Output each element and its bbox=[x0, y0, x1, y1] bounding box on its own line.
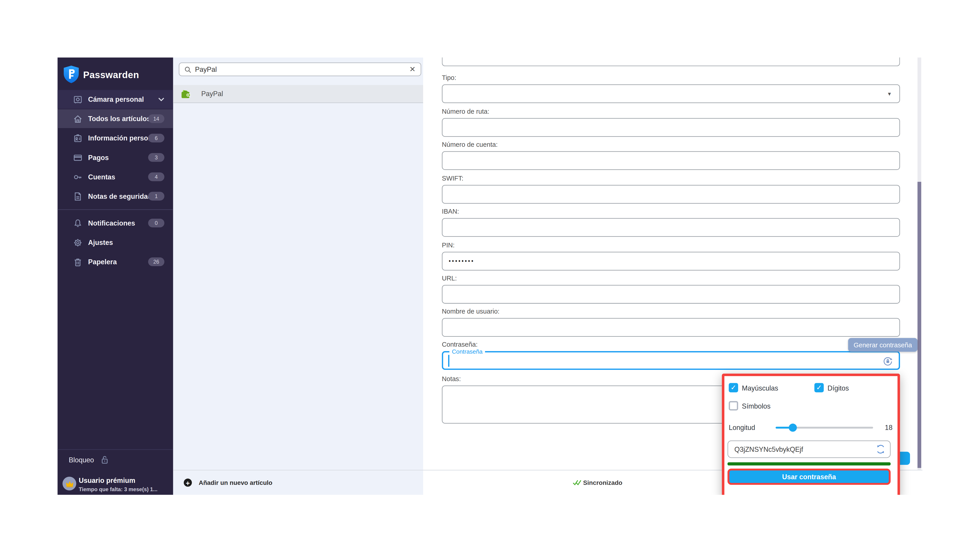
sidebar-item-cuentas[interactable]: Cuentas 4 bbox=[57, 168, 173, 186]
sidebar-nav: Cámara personal Todos los artículos 14 bbox=[57, 90, 173, 272]
password-generator-popup: ✓ Mayúsculas ✓ Dígitos Símbolos Longitud… bbox=[722, 374, 900, 495]
lock-button[interactable]: Bloqueo bbox=[69, 453, 109, 467]
lock-label: Bloqueo bbox=[69, 456, 94, 464]
bottom-bar-list-section: + Añadir un nuevo artículo bbox=[173, 470, 423, 495]
key-icon bbox=[73, 172, 82, 182]
nombre-de-usuario-input[interactable] bbox=[442, 318, 900, 337]
field-label: URL: bbox=[442, 274, 900, 282]
field-label: Número de cuenta: bbox=[442, 141, 900, 149]
field-label: PIN: bbox=[442, 241, 900, 249]
partial-input[interactable] bbox=[442, 57, 900, 66]
regenerate-icon[interactable] bbox=[875, 444, 885, 454]
field-contrasena: Contraseña: Generar contraseña Contraseñ… bbox=[442, 341, 900, 370]
url-input[interactable] bbox=[442, 285, 900, 304]
search-value: PayPal bbox=[195, 66, 409, 73]
sidebar-divider bbox=[57, 209, 173, 210]
count-badge: 26 bbox=[148, 257, 164, 266]
field-label: Contraseña: bbox=[442, 341, 900, 349]
home-icon bbox=[73, 114, 82, 124]
sidebar-item-label: Pagos bbox=[88, 154, 109, 161]
numero-de-cuenta-input[interactable] bbox=[442, 151, 900, 170]
simbolos-checkbox[interactable] bbox=[729, 401, 738, 411]
generate-password-button[interactable]: Generar contraseña bbox=[848, 338, 917, 352]
tipo-select[interactable]: ▼ bbox=[442, 84, 900, 103]
crown-icon bbox=[65, 480, 73, 487]
sidebar-item-informacion-personal[interactable]: Información person... 6 bbox=[57, 129, 173, 147]
count-badge: 4 bbox=[148, 173, 164, 181]
sidebar-item-label: Cuentas bbox=[88, 173, 115, 181]
use-password-button[interactable]: Usar contraseña bbox=[728, 469, 891, 485]
sidebar-item-camara-personal[interactable]: Cámara personal bbox=[57, 90, 173, 109]
sidebar-item-label: Información person... bbox=[88, 134, 158, 142]
lock-icon bbox=[101, 456, 109, 464]
password-strength-bar bbox=[728, 462, 891, 465]
field-label: IBAN: bbox=[442, 207, 900, 215]
generated-password-input[interactable]: Q3jZNSYNc5vbykQEjf bbox=[728, 441, 891, 458]
scrollbar-thumb[interactable] bbox=[917, 182, 921, 468]
sidebar-item-ajustes[interactable]: Ajustes bbox=[57, 233, 173, 252]
checkbox-label: Símbolos bbox=[742, 402, 771, 410]
sidebar-item-label: Notificaciones bbox=[88, 219, 135, 227]
scrollbar-track[interactable] bbox=[917, 57, 921, 470]
length-value: 18 bbox=[885, 423, 893, 431]
sidebar-item-label: Cámara personal bbox=[88, 96, 144, 103]
generated-password-value: Q3jZNSYNc5vbykQEjf bbox=[734, 441, 803, 457]
list-item-paypal[interactable]: PayPal bbox=[173, 85, 423, 103]
mayusculas-checkbox[interactable]: ✓ bbox=[729, 383, 738, 392]
count-badge: 0 bbox=[148, 218, 164, 227]
user-name: Usuario prémium bbox=[79, 477, 135, 484]
sidebar-bottom-divider bbox=[57, 449, 173, 450]
passwarden-window: Passwarden Cámara personal bbox=[57, 57, 922, 495]
sidebar-item-label: Todos los artículos bbox=[88, 115, 150, 123]
search-icon bbox=[184, 66, 191, 73]
text-caret bbox=[448, 355, 450, 367]
vault-icon bbox=[73, 95, 82, 104]
search-input[interactable]: PayPal ✕ bbox=[179, 63, 421, 76]
pin-input[interactable]: •••••••• bbox=[442, 252, 900, 271]
sidebar-item-todos-los-articulos[interactable]: Todos los artículos 14 bbox=[57, 109, 173, 128]
sidebar-item-notificaciones[interactable]: Notificaciones 0 bbox=[57, 213, 173, 232]
swift-input[interactable] bbox=[442, 185, 900, 204]
field-url: URL: bbox=[442, 274, 900, 304]
field-iban: IBAN: bbox=[442, 207, 900, 237]
field-swift: SWIFT: bbox=[442, 174, 900, 204]
length-label: Longitud bbox=[729, 423, 755, 431]
credit-card-icon bbox=[73, 153, 82, 162]
numero-de-ruta-input[interactable] bbox=[442, 118, 900, 137]
note-icon bbox=[73, 192, 82, 201]
password-generator-icon[interactable] bbox=[883, 356, 893, 367]
pin-masked-value: •••••••• bbox=[449, 252, 474, 270]
field-label: Nombre de usuario: bbox=[442, 307, 900, 315]
field-label: SWIFT: bbox=[442, 174, 900, 182]
checkbox-label: Dígitos bbox=[828, 384, 849, 392]
add-item-icon[interactable]: + bbox=[184, 478, 192, 486]
count-badge: 14 bbox=[148, 114, 164, 123]
field-nombre-de-usuario: Nombre de usuario: bbox=[442, 307, 900, 337]
add-item-button[interactable]: Añadir un nuevo artículo bbox=[199, 479, 272, 486]
checkbox-label: Mayúsculas bbox=[742, 384, 778, 392]
sidebar-item-notas-de-seguridad[interactable]: Notas de seguridad 1 bbox=[57, 187, 173, 205]
field-pin: PIN: •••••••• bbox=[442, 241, 900, 270]
avatar[interactable] bbox=[63, 477, 76, 490]
digitos-checkbox[interactable]: ✓ bbox=[814, 383, 824, 392]
chevron-down-icon[interactable] bbox=[158, 97, 164, 101]
sidebar-item-label: Papelera bbox=[88, 258, 116, 265]
sidebar-item-label: Ajustes bbox=[88, 239, 113, 246]
trash-icon bbox=[73, 257, 82, 267]
items-list-panel: PayPal ✕ PayPal bbox=[173, 57, 423, 470]
count-badge: 6 bbox=[148, 134, 164, 142]
contrasena-input[interactable]: Contraseña bbox=[442, 351, 900, 370]
field-label: Número de ruta: bbox=[442, 107, 900, 115]
floating-label: Contraseña bbox=[450, 348, 485, 355]
slider-thumb[interactable] bbox=[789, 423, 797, 432]
sync-check-icon bbox=[572, 479, 581, 486]
sidebar-item-papelera[interactable]: Papelera 26 bbox=[57, 252, 173, 271]
field-tipo: Tipo: ▼ bbox=[442, 74, 900, 103]
select-arrow-icon: ▼ bbox=[887, 91, 892, 97]
stage: Passwarden Cámara personal bbox=[0, 0, 980, 556]
length-slider[interactable] bbox=[776, 427, 873, 428]
list-item-label: PayPal bbox=[201, 90, 223, 97]
iban-input[interactable] bbox=[442, 218, 900, 237]
sidebar-item-pagos[interactable]: Pagos 3 bbox=[57, 148, 173, 167]
clear-search-icon[interactable]: ✕ bbox=[409, 66, 416, 73]
